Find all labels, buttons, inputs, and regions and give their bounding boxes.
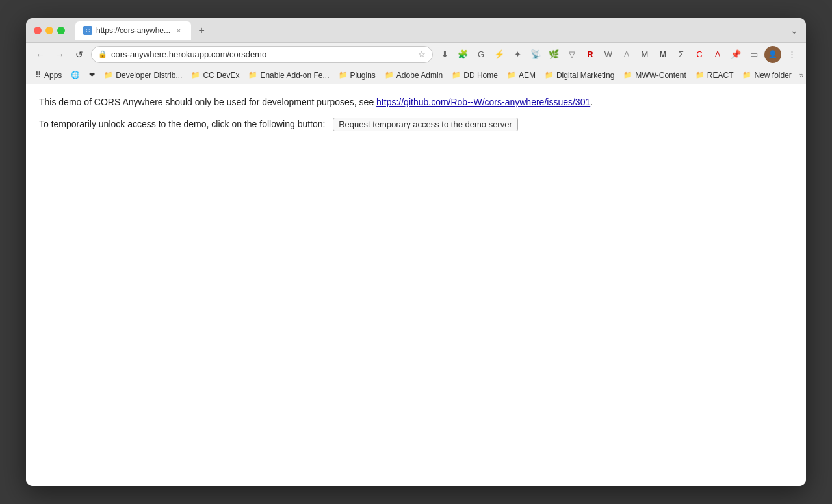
folder-icon-react: 📁 [696,71,705,79]
folder-icon-enable: 📁 [248,71,257,79]
ext-icon-4[interactable]: 📡 [528,47,543,62]
address-bar[interactable]: 🔒 cors-anywhere.herokuapp.com/corsdemo ☆ [91,46,433,63]
ext-w-icon[interactable]: W [601,47,616,62]
reload-button[interactable]: ↺ [72,47,87,62]
ext-icon-3[interactable]: ✦ [510,47,525,62]
forward-button[interactable]: → [52,47,68,62]
bookmark-aem[interactable]: 📁 AEM [503,69,540,81]
maximize-window-button[interactable] [57,27,65,34]
request-access-button[interactable]: Request temporary access to the demo ser… [333,118,518,131]
bookmark-globe[interactable]: 🌐 [67,69,84,81]
bookmark-developer[interactable]: 📁 Developer Distrib... [100,69,186,81]
bookmark-dd[interactable]: 📁 DD Home [448,69,502,81]
tab-bar: C https://cors-anywhe... × + [75,21,785,40]
bookmark-developer-label: Developer Distrib... [116,71,182,80]
globe-icon: 🌐 [71,71,80,79]
ext-m2-icon[interactable]: M [655,47,671,62]
ext-c-icon[interactable]: C [692,47,707,62]
folder-icon-digital: 📁 [545,71,554,79]
folder-icon-cc: 📁 [191,71,200,79]
minimize-window-button[interactable] [46,27,53,34]
bookmark-newfolder-label: New folder [754,71,791,80]
ext-m-icon[interactable]: M [637,47,653,62]
menu-icon[interactable]: ⋮ [784,47,800,62]
bookmark-star-icon[interactable]: ☆ [418,49,426,59]
heart-icon: ❤ [89,71,95,79]
tab-close-button[interactable]: × [174,26,183,35]
folder-icon-mww: 📁 [623,71,632,79]
close-window-button[interactable] [34,27,42,34]
bookmark-mww-label: MWW-Content [635,71,686,80]
address-bar-icons: ☆ [418,49,426,59]
bookmark-plugins[interactable]: 📁 Plugins [335,69,380,81]
bookmark-dd-label: DD Home [463,71,498,80]
sidebar-icon[interactable]: ▭ [746,47,762,62]
browser-window: C https://cors-anywhe... × + ⌄ ← → ↺ 🔒 c… [26,18,806,486]
bookmark-heart[interactable]: ❤ [85,69,99,81]
ext-r-icon[interactable]: R [582,47,598,62]
title-bar: C https://cors-anywhe... × + ⌄ [26,18,806,43]
profile-avatar[interactable]: 👤 [764,46,781,63]
bookmark-newfolder[interactable]: 📁 New folder [738,69,795,81]
ext-icon-1[interactable]: G [473,47,489,62]
ext-icon-5[interactable]: 🌿 [546,47,562,62]
bookmarks-more-button[interactable]: » [797,69,806,81]
info-text-after: . [590,97,593,107]
extensions-icon[interactable]: 🧩 [455,47,471,62]
bookmark-enable[interactable]: 📁 Enable Add-on Fe... [244,69,333,81]
window-controls[interactable]: ⌄ [790,25,798,36]
folder-icon-dd: 📁 [452,71,461,79]
info-text-before: This demo of CORS Anywhere should only b… [39,97,376,107]
bookmark-plugins-label: Plugins [350,71,376,80]
folder-icon-aem: 📁 [507,71,516,79]
apps-icon: ⠿ [35,70,42,80]
folder-icon-developer: 📁 [104,71,113,79]
traffic-lights [34,27,65,34]
bookmark-adobe[interactable]: 📁 Adobe Admin [381,69,447,81]
unlock-line: To temporarily unlock access to the demo… [39,117,793,131]
bookmark-cc-label: CC DevEx [203,71,239,80]
bookmark-apps-label: Apps [44,71,62,80]
unlock-text: To temporarily unlock access to the demo… [39,119,325,129]
bookmark-apps[interactable]: ⠿ Apps [31,69,66,81]
ext-pin-icon[interactable]: 📌 [728,47,744,62]
back-button[interactable]: ← [32,47,48,62]
toolbar-icons: ⬇ 🧩 G ⚡ ✦ 📡 🌿 ▽ R W A M M Σ C A 📌 ▭ 👤 ⋮ [437,46,800,63]
tab-favicon: C [83,26,92,35]
ext-icon-2[interactable]: ⚡ [491,47,507,62]
bookmark-digital[interactable]: 📁 Digital Marketing [541,69,618,81]
folder-icon-plugins: 📁 [339,71,348,79]
folder-icon-new: 📁 [742,71,751,79]
info-line: This demo of CORS Anywhere should only b… [39,95,793,109]
bookmark-react-label: REACT [707,71,734,80]
tab-title: https://cors-anywhe... [96,26,170,35]
downloads-icon[interactable]: ⬇ [437,47,452,62]
lock-icon: 🔒 [98,50,107,58]
bookmark-enable-label: Enable Add-on Fe... [260,71,329,80]
ext-a2-icon[interactable]: A [710,47,725,62]
ext-icon-6[interactable]: ▽ [564,47,580,62]
bookmark-mww[interactable]: 📁 MWW-Content [619,69,690,81]
new-tab-button[interactable]: + [194,23,209,38]
bookmark-aem-label: AEM [519,71,536,80]
bookmark-react[interactable]: 📁 REACT [692,69,738,81]
ext-a-icon[interactable]: A [619,47,634,62]
address-text: cors-anywhere.herokuapp.com/corsdemo [111,49,414,59]
bookmark-digital-label: Digital Marketing [556,71,614,80]
page-content: This demo of CORS Anywhere should only b… [26,84,806,486]
ext-sigma-icon[interactable]: Σ [673,47,689,62]
bookmarks-bar: ⠿ Apps 🌐 ❤ 📁 Developer Distrib... 📁 CC D… [26,66,806,84]
folder-icon-adobe: 📁 [385,71,394,79]
active-tab[interactable]: C https://cors-anywhe... × [75,21,191,40]
nav-bar: ← → ↺ 🔒 cors-anywhere.herokuapp.com/cors… [26,43,806,66]
bookmark-cc[interactable]: 📁 CC DevEx [187,69,243,81]
github-link[interactable]: https://github.com/Rob--W/cors-anywhere/… [376,97,590,107]
bookmark-adobe-label: Adobe Admin [396,71,443,80]
